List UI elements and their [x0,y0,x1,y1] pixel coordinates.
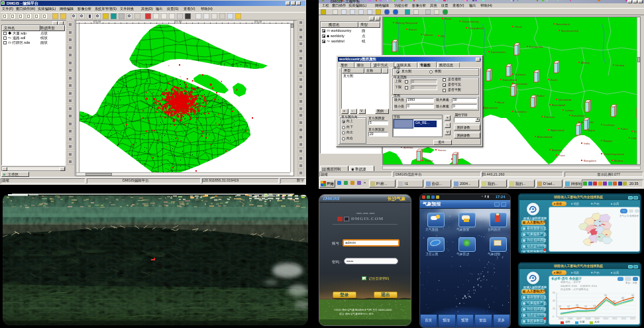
svg-text:Yemen: Yemen [425,159,434,162]
svg-text:2011: 2011 [612,317,617,320]
svg-text:Nizhniy Novgorod: Nizhniy Novgorod [396,21,418,25]
svg-text:Hyderabad: Hyderabad [551,129,564,132]
svg-text:Kabul: Kabul [537,94,545,97]
svg-text:Madras: Madras [614,159,623,162]
svg-text:Afghanistan: Afghanistan [483,106,498,109]
svg-text:Islamabad: Islamabad [559,98,572,101]
svg-text:Lahore: Lahore [565,109,574,112]
svg-text:India: India [584,142,590,145]
svg-text:60: 60 [553,292,555,294]
svg-text:Samara: Samara [423,33,433,36]
svg-text:2010: 2010 [604,317,609,320]
svg-text:42: 42 [621,297,624,300]
svg-text:Patna: Patna [621,127,629,131]
svg-text:2012: 2012 [621,317,627,320]
svg-text:Tashkent: Tashkent [515,73,527,76]
svg-text:Vishakhapatnam: Vishakhapatnam [604,152,625,156]
svg-text:15: 15 [576,304,578,307]
svg-text:Samarkand: Samarkand [503,78,517,82]
svg-text:Herat: Herat [498,101,505,104]
svg-text:2008: 2008 [586,317,591,320]
svg-text:Faisalabad: Faisalabad [572,114,586,117]
svg-text:2006: 2006 [568,317,573,320]
svg-text:Ufa: Ufa [441,34,445,38]
svg-text:Rawalpindi: Rawalpindi [552,103,566,107]
svg-text:Pakistan: Pakistan [544,115,555,119]
svg-text:2009: 2009 [594,317,600,320]
svg-text:Kazakhstan: Kazakhstan [491,50,506,54]
svg-text:12: 12 [559,305,561,308]
svg-text:Pune: Pune [559,154,565,157]
svg-text:Lucknow: Lucknow [604,123,616,127]
svg-text:Bangalore: Bangalore [584,159,597,162]
svg-text:Sanaa: Sanaa [438,148,447,152]
svg-text:Nagpur: Nagpur [604,139,613,142]
svg-text:30: 30 [613,300,616,303]
svg-text:20: 20 [553,307,555,310]
svg-text:Karaganda: Karaganda [529,45,543,48]
svg-text:Almaty: Almaty [581,61,590,64]
svg-text:Yekaterinburg: Yekaterinburg [462,20,479,23]
svg-text:40: 40 [553,300,555,302]
svg-text:Chelyabinsk: Chelyabinsk [468,27,484,30]
svg-text:2005: 2005 [559,317,564,320]
svg-text:Jaipur: Jaipur [588,129,596,132]
svg-text:2007: 2007 [576,317,582,320]
svg-text:12: 12 [567,305,570,308]
svg-text:0: 0 [553,315,554,318]
svg-text:13: 13 [593,305,596,307]
svg-text:Bombay: Bombay [552,148,563,152]
svg-text:2013: 2013 [630,317,635,320]
svg-text:Ahmadabad: Ahmadabad [537,135,553,138]
svg-text:Novokuznetsk: Novokuznetsk [561,29,579,32]
svg-text:55: 55 [631,294,634,297]
svg-text:55: 55 [604,294,607,297]
svg-text:Urumqi: Urumqi [616,64,625,67]
svg-text:Kazan': Kazan' [409,28,417,31]
svg-text:Perm': Perm' [445,17,452,21]
svg-text:Kandahar: Kandahar [515,110,527,113]
svg-text:Novosibirsk: Novosibirsk [556,23,571,26]
svg-text:12: 12 [584,305,587,308]
svg-text:Kashi: Kashi [551,78,558,82]
svg-text:Omsk: Omsk [515,25,523,28]
svg-text:Dushanbe: Dushanbe [515,82,528,85]
